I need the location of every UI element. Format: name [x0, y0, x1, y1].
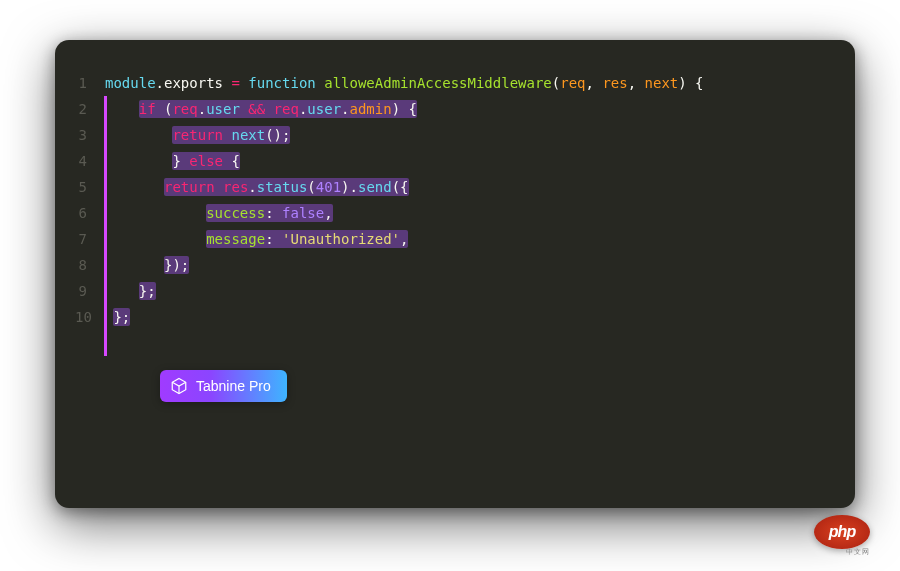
line-number: 6 — [75, 200, 87, 226]
code-line: if (req.user && req.user.admin) { — [105, 96, 831, 122]
code-line: }); — [105, 252, 831, 278]
tabnine-pro-badge[interactable]: Tabnine Pro — [160, 370, 287, 402]
code-line: message: 'Unauthorized', — [105, 226, 831, 252]
line-number: 7 — [75, 226, 87, 252]
line-number: 3 — [75, 122, 87, 148]
code-editor-panel: 1 2 3 4 5 6 7 8 9 10 module.exports = fu… — [55, 40, 855, 508]
line-number: 10 — [75, 304, 87, 330]
line-number-gutter: 1 2 3 4 5 6 7 8 9 10 — [75, 70, 105, 330]
code-content[interactable]: module.exports = function alloweAdminAcc… — [105, 70, 831, 330]
line-number: 9 — [75, 278, 87, 304]
code-area: 1 2 3 4 5 6 7 8 9 10 module.exports = fu… — [75, 70, 831, 330]
code-line: }; — [105, 304, 831, 330]
code-line: module.exports = function alloweAdminAcc… — [105, 70, 831, 96]
code-line: success: false, — [105, 200, 831, 226]
line-number: 1 — [75, 70, 87, 96]
php-watermark-logo: php — [814, 515, 870, 549]
code-line: } else { — [105, 148, 831, 174]
badge-label: Tabnine Pro — [196, 373, 271, 399]
code-line: return next(); — [105, 122, 831, 148]
php-watermark-sub: 中文网 — [846, 547, 870, 557]
code-line: return res.status(401).send({ — [105, 174, 831, 200]
line-number: 8 — [75, 252, 87, 278]
line-number: 4 — [75, 148, 87, 174]
code-line: }; — [105, 278, 831, 304]
line-number: 5 — [75, 174, 87, 200]
line-number: 2 — [75, 96, 87, 122]
cube-icon — [170, 377, 188, 395]
